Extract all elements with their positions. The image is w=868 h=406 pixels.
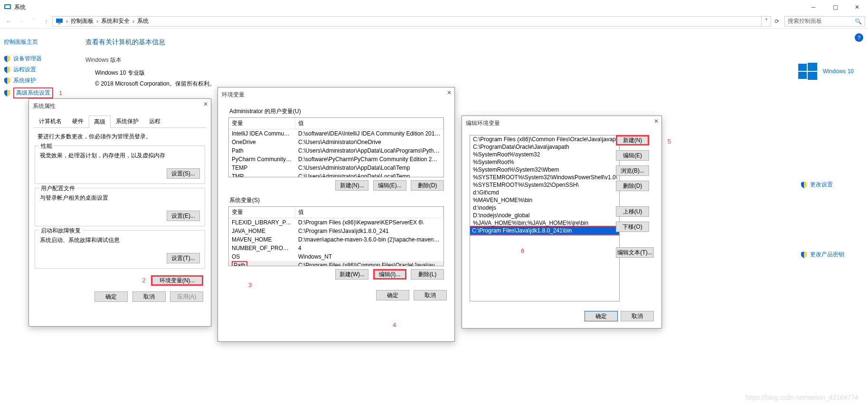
list-item[interactable]: %SystemRoot%\system32 <box>470 151 619 158</box>
sys-vars-list[interactable]: 变量值 FLEXID_LIBRARY_PATHD:\Program Files … <box>228 206 444 266</box>
crumb-0[interactable]: 控制面板 <box>71 17 94 25</box>
control-panel-home-link[interactable]: 控制面板主页 <box>4 38 77 46</box>
user-new-button[interactable]: 新建(N)... <box>335 180 368 191</box>
change-settings-link[interactable]: 更改设置 <box>801 181 844 189</box>
maximize-button[interactable]: ▢ <box>824 0 846 14</box>
user-edit-button[interactable]: 编辑(E)... <box>373 180 406 191</box>
list-item[interactable]: %SystemRoot%\System32\Wbem <box>470 166 619 174</box>
refresh-button[interactable]: ⟳ <box>771 18 783 25</box>
cancel-button[interactable]: 取消 <box>132 291 166 302</box>
table-row[interactable]: NUMBER_OF_PROCESSORS4 <box>229 244 443 252</box>
admin-note: 要进行大多数更改，你必须作为管理员登录。 <box>38 133 202 141</box>
sys-delete-button[interactable]: 删除(L) <box>411 269 444 280</box>
tab-computer-name[interactable]: 计算机名 <box>34 115 67 127</box>
shield-icon <box>801 251 807 258</box>
dialog-titlebar[interactable]: 环境变量 ✕ <box>218 87 454 102</box>
profile-settings-button[interactable]: 设置(E)... <box>167 211 200 221</box>
list-item[interactable]: %MAVEN_HOME%\bin <box>470 196 619 204</box>
left-item-protection[interactable]: 系统保护 <box>4 77 77 85</box>
page-heading: 查看有关计算机的基本信息 <box>85 38 863 47</box>
list-item[interactable]: D:\nodejs\node_global <box>470 212 619 219</box>
svg-rect-7 <box>808 72 817 80</box>
up-button[interactable]: ↑ <box>40 18 52 25</box>
user-vars-label: Administrator 的用户变量(U) <box>229 107 443 116</box>
cancel-button[interactable]: 取消 <box>414 290 447 300</box>
left-item-advanced[interactable]: 高级系统设置 1 <box>4 87 77 98</box>
table-row[interactable]: TMPC:\Users\Administrator\AppData\Local\… <box>229 172 443 177</box>
table-row[interactable]: PathC:\Users\Administrator\AppData\Local… <box>229 146 443 155</box>
close-icon[interactable]: ✕ <box>447 89 452 96</box>
apply-button[interactable]: 应用(A) <box>170 291 203 302</box>
search-placeholder: 搜索控制面板 <box>788 17 822 25</box>
ok-button[interactable]: 确定 <box>94 291 128 302</box>
addr-dropdown[interactable]: ˅ <box>762 16 771 27</box>
path-listbox[interactable]: C:\Program Files (x86)\Common Files\Orac… <box>470 135 620 301</box>
sys-new-button[interactable]: 新建(W)... <box>335 269 368 280</box>
table-row[interactable]: TEMPC:\Users\Administrator\AppData\Local… <box>229 164 443 172</box>
list-item[interactable]: C:\ProgramData\Oracle\Java\javapath <box>470 143 619 151</box>
user-vars-list[interactable]: 变量值 IntelliJ IDEA Community E...D:\softw… <box>228 117 444 177</box>
group-performance: 性能 视觉效果，处理器计划，内存使用，以及虚拟内存 设置(S)... <box>35 145 205 184</box>
shield-icon <box>4 90 10 97</box>
group-startup: 启动和故障恢复 系统启动、系统故障和调试信息 设置(T)... <box>35 230 205 269</box>
close-icon[interactable]: ✕ <box>203 101 208 107</box>
tab-remote[interactable]: 远程 <box>144 115 166 127</box>
perf-settings-button[interactable]: 设置(S)... <box>167 168 200 179</box>
table-row[interactable]: IntelliJ IDEA Community E...D:\software\… <box>229 129 443 138</box>
new-button[interactable]: 新建(N) <box>616 135 649 145</box>
tab-advanced[interactable]: 高级 <box>89 116 111 128</box>
delete-button[interactable]: 删除(D) <box>616 181 649 191</box>
shield-icon <box>4 67 10 73</box>
breadcrumb[interactable]: › 控制面板 › 系统和安全 › 系统 <box>52 16 762 27</box>
shield-icon <box>4 77 10 84</box>
move-up-button[interactable]: 上移(U) <box>616 206 649 217</box>
list-item[interactable]: d:\Git\cmd <box>470 189 619 196</box>
move-down-button[interactable]: 下移(O) <box>616 222 649 232</box>
back-button[interactable]: ← <box>3 18 15 25</box>
ok-button[interactable]: 确定 <box>585 311 618 321</box>
table-row[interactable]: OSWindows_NT <box>229 252 443 261</box>
recent-button[interactable]: ˅ <box>28 18 40 25</box>
table-row[interactable]: PathC:\Program Files (x86)\Common Files\… <box>229 261 443 266</box>
minimize-button[interactable]: ─ <box>802 0 824 14</box>
list-item[interactable]: %SYSTEMROOT%\System32\OpenSSH\ <box>470 181 619 189</box>
tab-protection[interactable]: 系统保护 <box>111 115 144 127</box>
svg-rect-3 <box>58 23 61 24</box>
windows-logo-icon <box>798 62 817 81</box>
cancel-button[interactable]: 取消 <box>621 311 654 321</box>
list-item[interactable]: C:\Program Files (x86)\Common Files\Orac… <box>470 135 619 143</box>
list-item[interactable]: d:\nodejs <box>470 204 619 212</box>
table-row[interactable]: PyCharm Community Editi...D:\software\Py… <box>229 155 443 164</box>
edit-button[interactable]: 编辑(E) <box>616 150 649 161</box>
crumb-2[interactable]: 系统 <box>137 17 149 25</box>
left-item-device-manager[interactable]: 设备管理器 <box>4 55 77 63</box>
env-vars-button[interactable]: 环境变量(N)... <box>151 275 203 286</box>
close-button[interactable]: ✕ <box>846 0 868 14</box>
edition-value: Windows 10 专业版 <box>85 69 863 77</box>
table-row[interactable]: OneDriveC:\Users\Administrator\OneDrive <box>229 138 443 146</box>
list-item[interactable]: %SYSTEMROOT%\System32\WindowsPowerShell\… <box>470 174 619 181</box>
tabs: 计算机名 硬件 高级 系统保护 远程 <box>34 115 206 128</box>
table-row[interactable]: FLEXID_LIBRARY_PATHD:\Program Files (x86… <box>229 218 443 227</box>
sys-edit-button[interactable]: 编辑(I)... <box>373 269 406 280</box>
table-row[interactable]: JAVA_HOMEC:\Program Files\Java\jdk1.8.0_… <box>229 227 443 235</box>
search-input[interactable]: 搜索控制面板 🔍 <box>784 16 865 27</box>
browse-button[interactable]: 浏览(B)... <box>616 165 649 176</box>
ok-button[interactable]: 确定 <box>376 290 409 300</box>
address-bar: ← → ˅ ↑ › 控制面板 › 系统和安全 › 系统 ˅ ⟳ 搜索控制面板 🔍 <box>0 14 868 29</box>
left-item-remote[interactable]: 远程设置 <box>4 66 77 74</box>
crumb-1[interactable]: 系统和安全 <box>101 17 130 25</box>
system-properties-dialog: 系统属性 ✕ 计算机名 硬件 高级 系统保护 远程 要进行大多数更改，你必须作为… <box>28 98 211 327</box>
dialog-titlebar[interactable]: 系统属性 ✕ <box>29 99 211 113</box>
close-icon[interactable]: ✕ <box>654 118 659 125</box>
list-item[interactable]: C:\Program Files\Java\jdk1.8.0_241\bin <box>470 226 620 235</box>
edit-text-button[interactable]: 编辑文本(T)... <box>616 247 654 258</box>
user-delete-button[interactable]: 删除(D) <box>411 180 444 191</box>
change-key-link[interactable]: 更改产品密钥 <box>801 251 844 259</box>
startup-settings-button[interactable]: 设置(T)... <box>167 253 200 263</box>
table-row[interactable]: MAVEN_HOMED:\maven\apache-maven-3.6.0-bi… <box>229 235 443 244</box>
dialog-titlebar[interactable]: 编辑环境变量 ✕ <box>462 116 661 130</box>
tab-hardware[interactable]: 硬件 <box>67 115 89 127</box>
forward-button[interactable]: → <box>15 18 28 25</box>
list-item[interactable]: %SystemRoot% <box>470 158 619 166</box>
